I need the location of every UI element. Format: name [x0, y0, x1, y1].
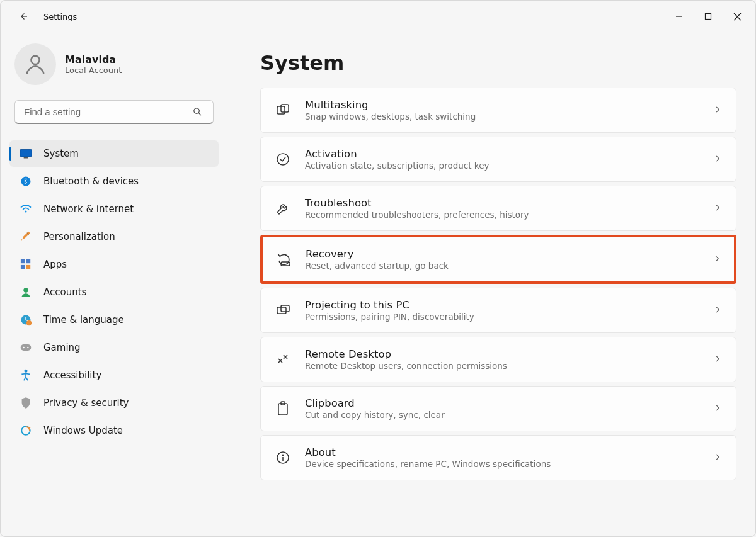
minimize-button[interactable] — [665, 4, 694, 29]
card-subtitle: Snap windows, desktops, task switching — [305, 111, 699, 122]
shield-icon — [20, 397, 32, 409]
svg-point-20 — [23, 347, 25, 349]
svg-point-27 — [277, 154, 289, 165]
card-subtitle: Permissions, pairing PIN, discoverabilit… — [305, 312, 699, 322]
back-arrow-icon — [18, 11, 29, 22]
sidebar-item-apps[interactable]: Apps — [9, 251, 219, 278]
card-projecting[interactable]: Projecting to this PC Permissions, pairi… — [260, 288, 736, 333]
card-title: Troubleshoot — [305, 197, 699, 209]
maximize-icon — [704, 13, 712, 20]
svg-rect-12 — [21, 259, 25, 263]
bluetooth-icon — [20, 175, 32, 188]
recovery-icon — [275, 251, 292, 268]
svg-point-18 — [26, 320, 32, 325]
settings-window: Settings Malavida Local Account — [0, 0, 756, 537]
main-panel: System Multitasking Snap windows, deskto… — [227, 32, 755, 536]
svg-rect-14 — [21, 265, 25, 269]
svg-point-5 — [194, 108, 200, 114]
card-subtitle: Cut and copy history, sync, clear — [305, 410, 699, 420]
accessibility-icon — [20, 369, 32, 382]
sidebar-item-accounts[interactable]: Accounts — [9, 279, 219, 305]
chevron-right-icon — [713, 254, 721, 266]
card-multitasking[interactable]: Multitasking Snap windows, desktops, tas… — [260, 88, 736, 133]
card-title: Projecting to this PC — [305, 299, 699, 311]
card-text: Multitasking Snap windows, desktops, tas… — [305, 99, 699, 122]
svg-point-22 — [25, 370, 28, 373]
sidebar-item-bluetooth[interactable]: Bluetooth & devices — [9, 168, 219, 195]
chevron-right-icon — [713, 105, 722, 116]
svg-rect-13 — [26, 259, 30, 263]
card-text: Clipboard Cut and copy history, sync, cl… — [305, 397, 699, 420]
sidebar-item-label: Gaming — [43, 342, 81, 353]
sidebar-item-label: Network & internet — [43, 203, 134, 215]
multitasking-icon — [275, 102, 291, 118]
page-title: System — [260, 51, 736, 75]
svg-rect-7 — [20, 149, 32, 157]
svg-point-35 — [282, 455, 284, 456]
wrench-icon — [275, 200, 291, 217]
info-icon — [275, 449, 291, 466]
maximize-button[interactable] — [694, 4, 723, 29]
profile-block[interactable]: Malavida Local Account — [9, 38, 219, 96]
back-button[interactable] — [12, 5, 35, 28]
sidebar-item-time-language[interactable]: Time & language — [9, 307, 219, 333]
card-activation[interactable]: Activation Activation state, subscriptio… — [260, 137, 736, 182]
projecting-icon — [275, 302, 291, 319]
card-text: Recovery Reset, advanced startup, go bac… — [306, 248, 699, 271]
close-icon — [733, 13, 742, 21]
sidebar-item-windows-update[interactable]: Windows Update — [9, 417, 219, 444]
sidebar-item-accessibility[interactable]: Accessibility — [9, 362, 219, 388]
sidebar-item-label: Privacy & security — [43, 397, 129, 409]
titlebar: Settings — [1, 1, 755, 32]
search-container — [9, 96, 219, 133]
chevron-right-icon — [713, 403, 722, 415]
sidebar-item-gaming[interactable]: Gaming — [9, 334, 219, 361]
profile-text: Malavida Local Account — [65, 54, 122, 75]
sidebar-item-personalization[interactable]: Personalization — [9, 223, 219, 250]
chevron-right-icon — [713, 354, 722, 366]
clipboard-icon — [275, 400, 291, 417]
card-subtitle: Reset, advanced startup, go back — [306, 261, 699, 271]
card-title: Clipboard — [305, 397, 699, 409]
chevron-right-icon — [713, 452, 722, 464]
profile-subtitle: Local Account — [65, 65, 122, 75]
card-subtitle: Device specifications, rename PC, Window… — [305, 459, 699, 469]
app-title: Settings — [43, 12, 77, 21]
card-text: Troubleshoot Recommended troubleshooters… — [305, 197, 699, 220]
window-controls — [665, 4, 752, 29]
sidebar-item-label: Time & language — [43, 314, 124, 325]
card-title: Remote Desktop — [305, 348, 699, 360]
svg-line-6 — [198, 113, 201, 115]
close-button[interactable] — [723, 4, 752, 29]
remote-desktop-icon — [275, 351, 291, 368]
sidebar-item-network[interactable]: Network & internet — [9, 196, 219, 222]
svg-point-16 — [23, 288, 28, 293]
card-remote-desktop[interactable]: Remote Desktop Remote Desktop users, con… — [260, 337, 736, 382]
card-text: About Device specifications, rename PC, … — [305, 446, 699, 469]
search-icon — [192, 106, 203, 120]
nav: System Bluetooth & devices Network & int… — [9, 140, 219, 444]
profile-name: Malavida — [65, 54, 122, 65]
chevron-right-icon — [713, 305, 722, 317]
sidebar-item-system[interactable]: System — [9, 140, 219, 167]
card-text: Activation Activation state, subscriptio… — [305, 148, 699, 171]
svg-point-4 — [31, 56, 39, 64]
svg-point-11 — [25, 210, 26, 212]
sidebar-item-privacy[interactable]: Privacy & security — [9, 390, 219, 416]
sidebar-item-label: Accounts — [43, 286, 86, 298]
sidebar-item-label: Personalization — [43, 231, 115, 242]
card-text: Projecting to this PC Permissions, pairi… — [305, 299, 699, 322]
card-clipboard[interactable]: Clipboard Cut and copy history, sync, cl… — [260, 386, 736, 431]
gamepad-icon — [20, 341, 32, 354]
apps-icon — [20, 258, 32, 271]
card-title: Recovery — [306, 248, 699, 260]
search-input[interactable] — [14, 100, 214, 124]
chevron-right-icon — [713, 154, 722, 166]
settings-card-list: Multitasking Snap windows, desktops, tas… — [260, 88, 736, 480]
card-subtitle: Remote Desktop users, connection permiss… — [305, 361, 699, 371]
card-troubleshoot[interactable]: Troubleshoot Recommended troubleshooters… — [260, 186, 736, 231]
card-about[interactable]: About Device specifications, rename PC, … — [260, 435, 736, 480]
card-recovery[interactable]: Recovery Reset, advanced startup, go bac… — [260, 235, 736, 284]
minimize-icon — [675, 13, 683, 20]
svg-rect-1 — [706, 14, 711, 20]
